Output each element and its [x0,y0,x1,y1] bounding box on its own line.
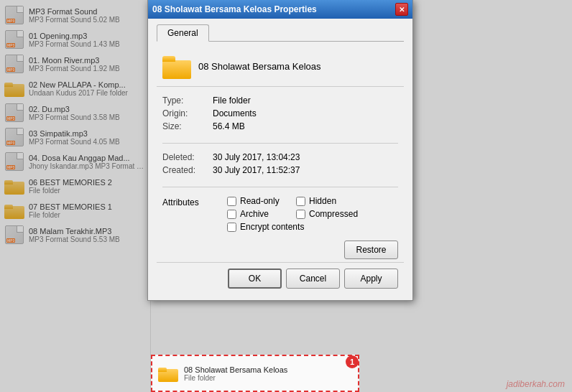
selected-folder-icon [158,365,178,382]
compressed-checkbox[interactable] [296,210,305,219]
deleted-value: 30 July 2017, 13:04:23 [213,152,300,162]
checkbox-encrypt[interactable]: Encrypt contents [227,222,358,232]
divider-1 [162,143,398,144]
dialog-buttons: OK Cancel Apply [157,262,404,291]
restore-button[interactable]: Restore [344,241,398,259]
dialog-body: General 08 Sholawat Bersama Keloas Type:… [148,19,412,300]
type-row: Type: File folder [162,95,398,106]
origin-value: Documents [213,108,257,118]
ok-button[interactable]: OK [228,269,282,289]
checkbox-archive[interactable]: Archive [227,209,289,219]
tab-bar: General [157,24,404,42]
checkbox-hidden[interactable]: Hidden [296,196,358,206]
attributes-label: Attributes [162,196,213,207]
selected-folder-info: 08 Sholawat Bersama Keloas File folder [184,365,352,382]
selection-badge: 1 [346,355,359,368]
props-header: 08 Sholawat Bersama Keloas [157,49,404,87]
properties-table: Type: File folder Origin: Documents Size… [157,93,404,137]
properties-dialog: 08 Sholawat Bersama Keloas Properties ✕ … [147,0,413,301]
origin-row: Origin: Documents [162,108,398,118]
selected-folder-name: 08 Sholawat Bersama Keloas [184,365,352,374]
created-value: 30 July 2017, 11:52:37 [213,165,300,175]
type-value: File folder [213,95,251,106]
checkbox-readonly[interactable]: Read-only [227,196,289,206]
cancel-button[interactable]: Cancel [286,269,340,289]
checkbox-compressed[interactable]: Compressed [296,209,358,219]
readonly-checkbox[interactable] [227,197,236,206]
folder-display-name: 08 Sholawat Bersama Keloas [198,61,321,72]
checkboxes-container: Read-only Hidden Archive Compressed Encr… [220,196,358,232]
dates-section: Deleted: 30 July 2017, 13:04:23 Created:… [157,149,404,181]
dialog-title: 08 Sholawat Bersama Keloas Properties [152,4,391,14]
selected-folder-desc: File folder [184,374,352,382]
archive-checkbox[interactable] [227,210,236,219]
size-value: 56.4 MB [213,121,245,131]
type-label: Type: [162,95,213,106]
created-label: Created: [162,165,213,175]
close-button[interactable]: ✕ [395,3,408,16]
deleted-row: Deleted: 30 July 2017, 13:04:23 [162,152,398,162]
apply-button[interactable]: Apply [344,269,398,289]
origin-label: Origin: [162,108,213,118]
hidden-checkbox[interactable] [296,197,305,206]
attributes-section: Attributes Read-only Hidden Archive Comp… [157,193,404,238]
divider-2 [162,187,398,187]
restore-button-wrap: Restore [157,238,404,262]
watermark: jadiberkah.com [507,379,565,389]
folder-icon-large [162,53,191,79]
dialog-titlebar: 08 Sholawat Bersama Keloas Properties ✕ [148,0,412,19]
created-row: Created: 30 July 2017, 11:52:37 [162,165,398,175]
selected-folder-item[interactable]: 08 Sholawat Bersama Keloas File folder 1 [151,355,359,392]
size-label: Size: [162,121,213,131]
encrypt-checkbox[interactable] [227,223,236,232]
deleted-label: Deleted: [162,152,213,162]
tab-general[interactable]: General [157,24,209,42]
size-row: Size: 56.4 MB [162,121,398,131]
